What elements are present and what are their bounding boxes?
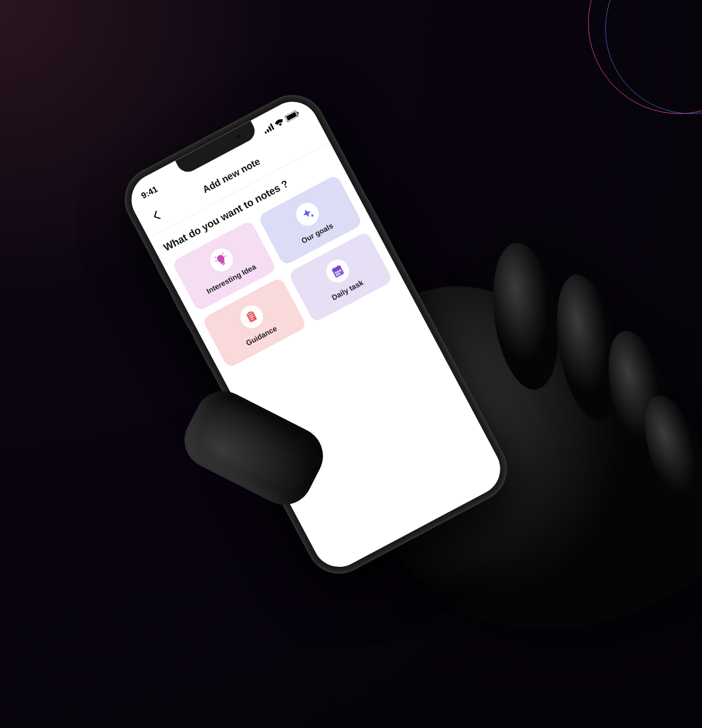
svg-rect-10 (286, 112, 297, 121)
wifi-icon (274, 117, 285, 128)
lightbulb-icon (206, 245, 236, 276)
chevron-left-icon (151, 210, 161, 222)
clipboard-icon (236, 301, 267, 332)
svg-line-13 (215, 261, 217, 261)
svg-rect-5 (264, 131, 267, 134)
svg-line-16 (222, 253, 223, 254)
back-button[interactable] (145, 205, 167, 227)
svg-line-15 (215, 257, 216, 258)
battery-icon (284, 109, 300, 122)
calendar-icon (322, 256, 353, 287)
svg-rect-6 (266, 129, 269, 133)
cellular-signal-icon (262, 123, 275, 134)
svg-line-14 (225, 256, 226, 256)
status-time: 9:41 (140, 183, 159, 200)
sparkle-icon (292, 199, 323, 230)
decorative-circle (605, 0, 702, 114)
